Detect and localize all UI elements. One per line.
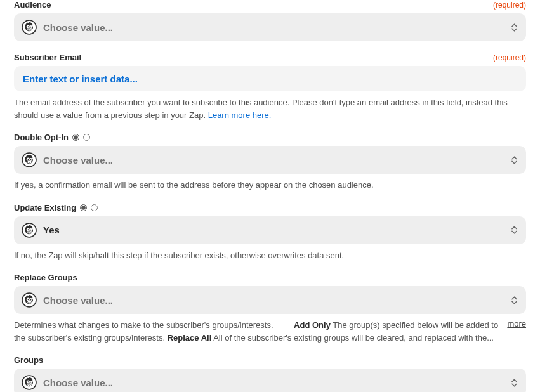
audience-required: (required): [493, 1, 526, 10]
mailchimp-icon: [22, 292, 37, 308]
replace-groups-value: Choose value...: [43, 295, 510, 306]
replace-groups-select[interactable]: Choose value...: [14, 286, 526, 314]
double-opt-value: Choose value...: [43, 155, 510, 166]
replace-groups-help: Determines what changes to make to the s…: [14, 319, 498, 344]
mailchimp-icon: [22, 223, 37, 238]
groups-select[interactable]: Choose value...: [14, 369, 526, 392]
update-existing-select[interactable]: Yes: [14, 216, 526, 244]
field-update-existing: Update Existing Yes If no, the Zap will …: [14, 203, 526, 262]
rg-help-pre: Determines what changes to make to the s…: [14, 320, 275, 330]
update-existing-radio-1[interactable]: [80, 204, 87, 211]
groups-label: Groups: [14, 355, 43, 365]
update-existing-radios: [80, 204, 98, 211]
double-opt-radio-2[interactable]: [83, 134, 90, 141]
mailchimp-icon: [22, 152, 37, 167]
rg-bold2: Replace All: [168, 333, 212, 343]
email-label: Subscriber Email: [14, 53, 81, 62]
update-existing-help: If no, the Zap will skip/halt this step …: [14, 249, 526, 262]
chevron-updown-icon: [510, 226, 518, 234]
double-opt-help: If yes, a confirmation email will be sen…: [14, 179, 526, 192]
email-required: (required): [493, 53, 526, 62]
field-subscriber-email: Subscriber Email (required) Enter text o…: [14, 53, 526, 121]
double-opt-label: Double Opt-In: [14, 133, 69, 142]
update-existing-radio-2[interactable]: [91, 204, 98, 211]
replace-groups-label: Replace Groups: [14, 273, 77, 282]
chevron-updown-icon: [510, 23, 518, 32]
field-double-opt-in: Double Opt-In Choose value... If yes, a …: [14, 133, 526, 192]
chevron-updown-icon: [510, 156, 518, 164]
field-groups: Groups Choose value...: [14, 355, 526, 392]
audience-value: Choose value...: [43, 22, 510, 33]
rg-bold1: Add Only: [294, 320, 331, 330]
field-replace-groups: Replace Groups Choose value... Determine…: [14, 273, 526, 344]
mailchimp-icon: [22, 20, 37, 35]
field-audience: Audience (required) Choose value...: [14, 0, 526, 41]
chevron-updown-icon: [510, 296, 518, 304]
mailchimp-icon: [22, 375, 37, 390]
groups-value: Choose value...: [43, 377, 510, 388]
double-opt-radio-1[interactable]: [72, 134, 79, 141]
email-help: The email address of the subscriber you …: [14, 96, 526, 121]
chevron-updown-icon: [510, 379, 518, 387]
audience-select[interactable]: Choose value...: [14, 13, 526, 41]
audience-label: Audience: [14, 0, 51, 10]
email-placeholder: Enter text or insert data...: [23, 74, 138, 84]
double-opt-radios: [72, 134, 90, 141]
email-input[interactable]: Enter text or insert data...: [14, 66, 526, 91]
rg-help-post: All of the subscriber's existing groups …: [211, 333, 494, 343]
replace-groups-more[interactable]: more: [507, 319, 526, 329]
update-existing-label: Update Existing: [14, 203, 76, 212]
email-help-link[interactable]: Learn more here.: [208, 110, 272, 120]
update-existing-value: Yes: [43, 225, 510, 235]
double-opt-select[interactable]: Choose value...: [14, 146, 526, 174]
